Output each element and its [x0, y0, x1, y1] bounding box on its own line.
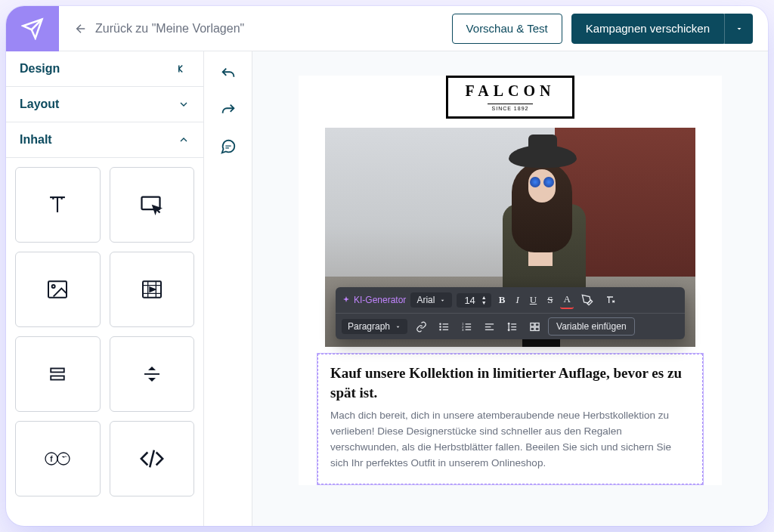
- svg-rect-16: [535, 323, 539, 326]
- list-ul-icon: [438, 321, 450, 332]
- list-ol-icon: 123: [461, 321, 472, 332]
- strike-button[interactable]: S: [544, 291, 556, 309]
- variable-label: Variable einfügen: [556, 321, 627, 332]
- svg-rect-1: [48, 281, 67, 297]
- svg-point-8: [57, 453, 70, 465]
- svg-rect-15: [530, 323, 534, 326]
- insert-variable-button[interactable]: Variable einfügen: [548, 317, 635, 336]
- table-button[interactable]: [525, 317, 543, 336]
- send-split-button: Kampagnen verschicken: [571, 14, 753, 44]
- font-select[interactable]: Arial: [410, 292, 452, 308]
- sidebar-design-label: Design: [20, 62, 60, 76]
- brand-tagline: SINCE 1892: [488, 104, 534, 111]
- canvas[interactable]: FALCON SINCE 1892: [252, 51, 768, 526]
- svg-text:f: f: [51, 455, 54, 463]
- comments-button[interactable]: [210, 130, 246, 163]
- sidebar-layout-label: Layout: [20, 97, 59, 111]
- sidebar-content-label: Inhalt: [20, 133, 52, 147]
- sidebar: Design Layout Inhalt: [6, 51, 204, 526]
- sidebar-item-content[interactable]: Inhalt: [6, 122, 203, 158]
- send-icon: [21, 17, 44, 40]
- svg-rect-17: [530, 327, 534, 330]
- caret-down-icon: [395, 323, 401, 330]
- sidebar-item-design[interactable]: Design: [6, 51, 203, 87]
- email-headline[interactable]: Kauf unsere Kollektion in limitierter Au…: [330, 363, 690, 402]
- social-icon: f: [43, 450, 72, 468]
- content-block-spacer[interactable]: [15, 336, 101, 412]
- align-icon: [484, 321, 495, 332]
- back-link[interactable]: Zurück zu "Meine Vorlagen": [74, 22, 244, 36]
- content-blocks-grid: f: [6, 158, 203, 506]
- content-block-image[interactable]: [15, 252, 101, 327]
- content-block-video[interactable]: [110, 252, 195, 327]
- font-name: Arial: [416, 295, 435, 305]
- size-stepper[interactable]: ▲▼: [481, 295, 487, 305]
- sidebar-item-layout[interactable]: Layout: [6, 87, 203, 122]
- lineheight-icon: [506, 321, 518, 332]
- svg-point-11: [439, 329, 440, 329]
- link-icon: [416, 321, 427, 332]
- undo-icon: [220, 66, 237, 82]
- content-block-social[interactable]: f: [15, 421, 101, 496]
- code-icon: [139, 446, 165, 472]
- align-button[interactable]: [480, 317, 498, 336]
- font-color-button[interactable]: A: [560, 291, 573, 309]
- table-icon: [529, 321, 540, 332]
- video-icon: [140, 277, 164, 302]
- divider-icon: [141, 363, 163, 385]
- highlight-icon: [581, 294, 593, 306]
- brand-logo-box: FALCON SINCE 1892: [446, 76, 574, 119]
- svg-rect-18: [535, 327, 539, 330]
- comment-icon: [220, 138, 237, 155]
- content-block-text[interactable]: [15, 167, 101, 243]
- ai-label: KI-Generator: [354, 295, 406, 305]
- sparkle-icon: [342, 295, 351, 305]
- content-block-button[interactable]: [110, 167, 195, 243]
- clear-format-button[interactable]: [601, 291, 619, 309]
- svg-point-9: [439, 323, 440, 324]
- font-size-value: 14: [464, 295, 475, 306]
- send-button[interactable]: Kampagnen verschicken: [571, 14, 724, 44]
- send-label: Kampagnen verschicken: [586, 22, 710, 35]
- paragraph-label: Paragraph: [348, 321, 390, 332]
- back-label: Zurück zu "Meine Vorlagen": [95, 22, 244, 36]
- history-tools: [204, 51, 252, 526]
- number-list-button[interactable]: 123: [457, 317, 475, 336]
- send-dropdown-button[interactable]: [724, 14, 753, 44]
- link-button[interactable]: [412, 317, 430, 336]
- image-icon: [45, 277, 70, 302]
- font-size-input[interactable]: 14 ▲▼: [457, 293, 491, 308]
- content-block-html[interactable]: [110, 421, 195, 496]
- collapse-left-icon: [176, 62, 190, 76]
- brand-name: FALCON: [448, 82, 572, 100]
- preview-label: Vorschau & Test: [466, 22, 548, 35]
- app-frame: Zurück zu "Meine Vorlagen" Vorschau & Te…: [6, 6, 768, 526]
- bullet-list-button[interactable]: [435, 317, 453, 336]
- underline-button[interactable]: U: [527, 291, 540, 309]
- italic-button[interactable]: I: [512, 291, 522, 309]
- undo-button[interactable]: [210, 57, 246, 91]
- svg-rect-5: [51, 376, 65, 380]
- preview-button[interactable]: Vorschau & Test: [452, 14, 562, 44]
- caret-down-icon: [439, 297, 446, 304]
- brand-logo[interactable]: [6, 6, 59, 51]
- paragraph-select[interactable]: Paragraph: [342, 319, 407, 334]
- selected-text-block[interactable]: Kauf unsere Kollektion in limitierter Au…: [317, 353, 704, 485]
- svg-point-2: [52, 285, 55, 288]
- highlight-button[interactable]: [578, 291, 596, 309]
- main: Design Layout Inhalt: [6, 51, 768, 526]
- caret-down-icon: [735, 24, 744, 33]
- text-editor-toolbar: KI-Generator Arial 14 ▲▼ B I: [336, 287, 685, 339]
- chevron-down-icon: [178, 98, 190, 110]
- email-body[interactable]: Mach dich bereit, dich in unsere atember…: [330, 408, 690, 472]
- email-preview: FALCON SINCE 1892: [299, 76, 722, 485]
- bold-button[interactable]: B: [496, 291, 509, 309]
- ai-generator-button[interactable]: KI-Generator: [342, 295, 406, 305]
- content-block-divider[interactable]: [110, 336, 195, 412]
- arrow-left-icon: [74, 22, 88, 36]
- redo-icon: [220, 102, 237, 119]
- topbar: Zurück zu "Meine Vorlagen" Vorschau & Te…: [6, 6, 768, 51]
- lineheight-button[interactable]: [503, 317, 521, 336]
- cursor-icon: [138, 191, 166, 218]
- redo-button[interactable]: [210, 94, 246, 127]
